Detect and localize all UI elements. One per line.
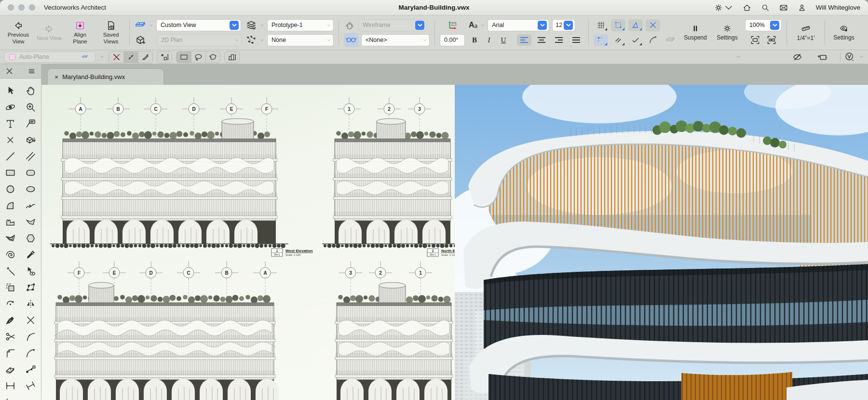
eyedropper-tool[interactable] [21, 246, 41, 263]
trim-tool[interactable] [21, 312, 41, 328]
eraser-tool[interactable] [0, 361, 21, 377]
close-palette-icon[interactable] [6, 67, 13, 75]
wand-tool[interactable] [0, 263, 21, 279]
double-polygon-tool[interactable] [0, 230, 21, 246]
home-icon[interactable] [743, 3, 751, 12]
snap-settings-button[interactable]: Settings [713, 17, 741, 48]
angle-snap-button[interactable] [628, 19, 643, 31]
font-select[interactable]: Arial [488, 19, 549, 31]
fit-selection-icon[interactable] [766, 34, 777, 46]
resize-mode-button[interactable] [157, 52, 172, 63]
search-icon[interactable] [761, 3, 770, 12]
chevron-down-icon[interactable] [480, 24, 485, 27]
double-line-tool[interactable] [21, 148, 41, 164]
close-window-button[interactable] [8, 4, 14, 11]
asymmetric-scaling-mode-button[interactable] [138, 52, 152, 63]
rectangle-tool[interactable] [0, 164, 21, 181]
render-mode-select[interactable]: Wireframe [358, 19, 427, 31]
fillet-tool[interactable] [21, 328, 41, 345]
select-tool[interactable] [0, 82, 21, 99]
hide-details-icon[interactable] [792, 52, 802, 62]
text-tool[interactable] [0, 115, 21, 132]
view-mode-select[interactable]: Custom View [156, 19, 241, 31]
user-icon[interactable] [798, 3, 806, 12]
view-mode-dropdown-button[interactable] [230, 21, 239, 30]
reference-select[interactable]: <None> [361, 34, 430, 46]
smart-points-button[interactable] [594, 34, 608, 46]
section-chevron-icon[interactable] [859, 55, 864, 59]
section-chevron-icon[interactable] [99, 55, 105, 59]
rotation-angle-input[interactable]: 0.00° [440, 34, 465, 46]
align-center-button[interactable] [534, 34, 549, 46]
plan-rotation-icon[interactable] [135, 34, 146, 46]
rotate-tool[interactable] [0, 295, 21, 312]
smart-edge-button[interactable] [611, 34, 625, 46]
align-left-button[interactable] [517, 34, 531, 46]
render-mode-icon[interactable] [344, 19, 355, 31]
connect-combine-tool[interactable] [21, 361, 41, 377]
font-size-dropdown-button[interactable] [564, 21, 573, 30]
suspend-snapping-button[interactable]: Suspend [681, 17, 709, 48]
grid-snap-button[interactable] [594, 19, 608, 31]
polygon-tool[interactable] [21, 213, 41, 230]
marquee-selection-button[interactable] [176, 52, 191, 63]
previous-view-button[interactable]: Previous View [5, 17, 32, 48]
version-badge-icon[interactable] [844, 52, 855, 62]
arc-tool[interactable] [0, 197, 21, 213]
freehand-tool[interactable] [21, 197, 41, 213]
spiral-tool[interactable] [0, 246, 21, 263]
dimension-tool[interactable] [0, 377, 21, 394]
lasso-selection-button[interactable] [191, 52, 205, 63]
zoom-window-button[interactable] [29, 4, 35, 11]
bold-button[interactable]: B [469, 36, 480, 44]
plan-mode-select[interactable]: 2D Plan [157, 34, 242, 46]
drawing-canvas[interactable]: ABCDEF1Sht-1West ElevationScale: 1:10012… [41, 85, 868, 400]
palette-menu-icon[interactable] [28, 67, 35, 75]
font-size-select[interactable]: 12 [552, 19, 575, 31]
zoom-level-select[interactable]: 100% [745, 19, 782, 31]
align-right-button[interactable] [552, 34, 566, 46]
no-scaling-mode-button[interactable] [109, 52, 123, 63]
app-settings-menu[interactable] [714, 3, 733, 12]
mirror-tool[interactable] [21, 295, 41, 312]
chamfer-tool[interactable] [0, 345, 21, 361]
close-tab-icon[interactable]: × [54, 73, 58, 81]
auto-plane-control[interactable]: Auto-Plane [4, 52, 95, 63]
curve-snap-button[interactable] [646, 34, 660, 46]
document-tab[interactable]: × Maryland-Building.vwx [47, 68, 164, 85]
pan-tool[interactable] [21, 82, 41, 99]
regular-polygon-tool[interactable] [21, 230, 41, 246]
dimension-angled-tool[interactable] [21, 377, 41, 394]
slab-snap-button[interactable] [663, 34, 678, 46]
tangent-snap-button[interactable] [628, 34, 643, 46]
symmetric-scaling-mode-button[interactable] [123, 52, 138, 63]
layer-scale-button[interactable]: 1/4"=1' [792, 17, 820, 48]
line-tool[interactable] [0, 148, 21, 164]
font-style-icon[interactable]: Aa [469, 21, 477, 29]
underline-button[interactable]: U [498, 36, 509, 44]
clip-tool[interactable] [0, 312, 21, 328]
oval-tool[interactable] [21, 181, 41, 197]
arc-dimension-tool[interactable] [21, 394, 41, 400]
split-tool[interactable] [0, 328, 21, 345]
rounded-rectangle-tool[interactable] [21, 164, 41, 181]
flyover-tool[interactable] [0, 99, 21, 115]
angular-dimension-tool[interactable] [0, 394, 21, 400]
render-3d-view[interactable] [455, 85, 868, 400]
push-pull-tool[interactable] [21, 132, 41, 148]
chevron-down-icon[interactable] [260, 39, 264, 42]
render-mode-dropdown-button[interactable] [415, 21, 424, 30]
elevation-drawings-view[interactable]: ABCDEF1Sht-1West ElevationScale: 1:10012… [41, 85, 455, 400]
fillet-arc-tool[interactable] [21, 345, 41, 361]
align-plane-button[interactable]: Align Plane [67, 17, 94, 48]
select-similar-tool[interactable] [21, 263, 41, 279]
next-view-button[interactable]: Next View [36, 17, 63, 48]
font-dropdown-button[interactable] [538, 21, 547, 30]
saved-views-button[interactable]: Saved Views [97, 17, 124, 48]
italic-button[interactable]: I [483, 36, 495, 44]
fit-objects-icon[interactable] [749, 34, 761, 46]
polyline-tool[interactable] [0, 213, 21, 230]
class-icon[interactable] [245, 34, 257, 46]
mail-icon[interactable] [779, 3, 788, 12]
auto-plane-checkbox[interactable] [9, 54, 15, 60]
